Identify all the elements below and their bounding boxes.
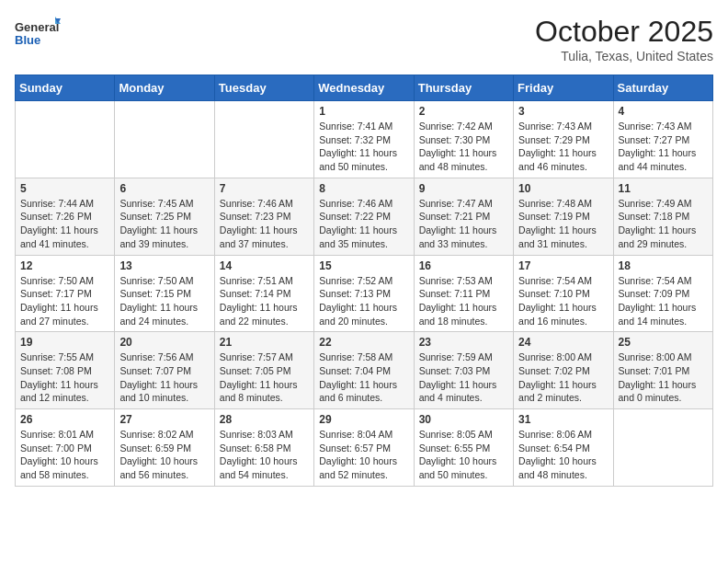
weekday-header-monday: Monday <box>115 75 214 101</box>
calendar-cell: 1Sunrise: 7:41 AM Sunset: 7:32 PM Daylig… <box>314 101 414 178</box>
week-row-5: 26Sunrise: 8:01 AM Sunset: 7:00 PM Dayli… <box>16 409 713 487</box>
calendar-cell: 8Sunrise: 7:46 AM Sunset: 7:22 PM Daylig… <box>314 178 414 255</box>
calendar-cell: 5Sunrise: 7:44 AM Sunset: 7:26 PM Daylig… <box>16 178 115 255</box>
day-info: Sunrise: 8:03 AM Sunset: 6:58 PM Dayligh… <box>220 428 309 482</box>
day-info: Sunrise: 7:54 AM Sunset: 7:10 PM Dayligh… <box>518 274 608 328</box>
calendar-cell: 11Sunrise: 7:49 AM Sunset: 7:18 PM Dayli… <box>613 178 712 255</box>
calendar-cell: 19Sunrise: 7:55 AM Sunset: 7:08 PM Dayli… <box>16 332 115 409</box>
day-number: 30 <box>419 413 508 426</box>
day-number: 20 <box>119 336 209 349</box>
calendar-cell: 29Sunrise: 8:04 AM Sunset: 6:57 PM Dayli… <box>314 409 414 487</box>
week-row-1: 1Sunrise: 7:41 AM Sunset: 7:32 PM Daylig… <box>16 101 713 178</box>
weekday-header-sunday: Sunday <box>16 75 115 101</box>
day-info: Sunrise: 7:45 AM Sunset: 7:25 PM Dayligh… <box>119 197 209 251</box>
day-number: 4 <box>619 105 708 118</box>
title-block: October 2025 Tulia, Texas, United States <box>535 15 713 63</box>
weekday-header-row: SundayMondayTuesdayWednesdayThursdayFrid… <box>16 75 713 101</box>
day-number: 1 <box>319 105 408 118</box>
day-info: Sunrise: 7:41 AM Sunset: 7:32 PM Dayligh… <box>319 120 408 174</box>
calendar-cell: 16Sunrise: 7:53 AM Sunset: 7:11 PM Dayli… <box>414 255 513 332</box>
day-info: Sunrise: 7:51 AM Sunset: 7:14 PM Dayligh… <box>220 274 309 328</box>
logo-svg: General Blue <box>15 15 61 52</box>
weekday-header-saturday: Saturday <box>613 75 712 101</box>
calendar-cell: 12Sunrise: 7:50 AM Sunset: 7:17 PM Dayli… <box>16 255 115 332</box>
day-number: 5 <box>20 182 109 195</box>
day-number: 27 <box>119 413 209 426</box>
day-number: 21 <box>220 336 309 349</box>
day-number: 19 <box>20 336 109 349</box>
calendar-cell: 18Sunrise: 7:54 AM Sunset: 7:09 PM Dayli… <box>613 255 712 332</box>
day-info: Sunrise: 7:57 AM Sunset: 7:05 PM Dayligh… <box>220 350 309 405</box>
day-info: Sunrise: 7:49 AM Sunset: 7:18 PM Dayligh… <box>619 197 708 251</box>
day-number: 3 <box>518 105 608 118</box>
calendar-cell <box>214 101 313 178</box>
day-number: 25 <box>619 336 708 349</box>
day-info: Sunrise: 7:48 AM Sunset: 7:19 PM Dayligh… <box>518 197 608 251</box>
calendar-cell: 14Sunrise: 7:51 AM Sunset: 7:14 PM Dayli… <box>214 255 313 332</box>
calendar-cell <box>16 101 115 178</box>
calendar-cell: 21Sunrise: 7:57 AM Sunset: 7:05 PM Dayli… <box>214 332 313 409</box>
day-info: Sunrise: 7:53 AM Sunset: 7:11 PM Dayligh… <box>419 274 508 328</box>
week-row-4: 19Sunrise: 7:55 AM Sunset: 7:08 PM Dayli… <box>16 332 713 409</box>
calendar-cell: 27Sunrise: 8:02 AM Sunset: 6:59 PM Dayli… <box>115 409 214 487</box>
logo: General Blue <box>15 15 61 52</box>
calendar-cell: 13Sunrise: 7:50 AM Sunset: 7:15 PM Dayli… <box>115 255 214 332</box>
calendar-cell: 22Sunrise: 7:58 AM Sunset: 7:04 PM Dayli… <box>314 332 414 409</box>
calendar-cell: 20Sunrise: 7:56 AM Sunset: 7:07 PM Dayli… <box>115 332 214 409</box>
svg-text:General: General <box>15 20 59 34</box>
calendar: SundayMondayTuesdayWednesdayThursdayFrid… <box>15 75 713 487</box>
calendar-cell: 2Sunrise: 7:42 AM Sunset: 7:30 PM Daylig… <box>414 101 513 178</box>
calendar-cell: 30Sunrise: 8:05 AM Sunset: 6:55 PM Dayli… <box>414 409 513 487</box>
day-number: 18 <box>619 259 708 272</box>
day-number: 22 <box>319 336 408 349</box>
calendar-cell: 31Sunrise: 8:06 AM Sunset: 6:54 PM Dayli… <box>514 409 613 487</box>
calendar-cell: 6Sunrise: 7:45 AM Sunset: 7:25 PM Daylig… <box>115 178 214 255</box>
day-info: Sunrise: 7:54 AM Sunset: 7:09 PM Dayligh… <box>619 274 708 328</box>
day-number: 16 <box>419 259 508 272</box>
day-info: Sunrise: 7:46 AM Sunset: 7:22 PM Dayligh… <box>319 197 408 251</box>
day-info: Sunrise: 7:55 AM Sunset: 7:08 PM Dayligh… <box>20 350 109 405</box>
calendar-cell <box>613 409 712 487</box>
week-row-3: 12Sunrise: 7:50 AM Sunset: 7:17 PM Dayli… <box>16 255 713 332</box>
day-number: 26 <box>20 413 109 426</box>
day-number: 12 <box>20 259 109 272</box>
day-number: 28 <box>220 413 309 426</box>
calendar-cell <box>115 101 214 178</box>
day-info: Sunrise: 8:04 AM Sunset: 6:57 PM Dayligh… <box>319 428 408 482</box>
svg-text:Blue: Blue <box>15 33 40 47</box>
day-info: Sunrise: 8:06 AM Sunset: 6:54 PM Dayligh… <box>518 428 608 482</box>
day-info: Sunrise: 8:00 AM Sunset: 7:02 PM Dayligh… <box>518 350 608 405</box>
calendar-cell: 3Sunrise: 7:43 AM Sunset: 7:29 PM Daylig… <box>514 101 613 178</box>
calendar-cell: 23Sunrise: 7:59 AM Sunset: 7:03 PM Dayli… <box>414 332 513 409</box>
day-info: Sunrise: 8:00 AM Sunset: 7:01 PM Dayligh… <box>619 350 708 405</box>
weekday-header-thursday: Thursday <box>414 75 513 101</box>
week-row-2: 5Sunrise: 7:44 AM Sunset: 7:26 PM Daylig… <box>16 178 713 255</box>
day-number: 8 <box>319 182 408 195</box>
calendar-cell: 4Sunrise: 7:43 AM Sunset: 7:27 PM Daylig… <box>613 101 712 178</box>
day-number: 13 <box>119 259 209 272</box>
day-number: 14 <box>220 259 309 272</box>
day-info: Sunrise: 7:56 AM Sunset: 7:07 PM Dayligh… <box>119 350 209 405</box>
day-info: Sunrise: 7:58 AM Sunset: 7:04 PM Dayligh… <box>319 350 408 405</box>
day-number: 31 <box>518 413 608 426</box>
day-number: 17 <box>518 259 608 272</box>
day-number: 7 <box>220 182 309 195</box>
calendar-cell: 26Sunrise: 8:01 AM Sunset: 7:00 PM Dayli… <box>16 409 115 487</box>
day-number: 11 <box>619 182 708 195</box>
calendar-cell: 7Sunrise: 7:46 AM Sunset: 7:23 PM Daylig… <box>214 178 313 255</box>
calendar-cell: 9Sunrise: 7:47 AM Sunset: 7:21 PM Daylig… <box>414 178 513 255</box>
day-info: Sunrise: 8:05 AM Sunset: 6:55 PM Dayligh… <box>419 428 508 482</box>
day-info: Sunrise: 7:47 AM Sunset: 7:21 PM Dayligh… <box>419 197 508 251</box>
page-header: General Blue October 2025 Tulia, Texas, … <box>15 15 713 63</box>
day-number: 15 <box>319 259 408 272</box>
day-info: Sunrise: 7:52 AM Sunset: 7:13 PM Dayligh… <box>319 274 408 328</box>
day-number: 9 <box>419 182 508 195</box>
day-info: Sunrise: 8:02 AM Sunset: 6:59 PM Dayligh… <box>119 428 209 482</box>
calendar-cell: 24Sunrise: 8:00 AM Sunset: 7:02 PM Dayli… <box>514 332 613 409</box>
day-info: Sunrise: 7:59 AM Sunset: 7:03 PM Dayligh… <box>419 350 508 405</box>
calendar-cell: 15Sunrise: 7:52 AM Sunset: 7:13 PM Dayli… <box>314 255 414 332</box>
weekday-header-wednesday: Wednesday <box>314 75 414 101</box>
weekday-header-tuesday: Tuesday <box>214 75 313 101</box>
day-info: Sunrise: 7:50 AM Sunset: 7:15 PM Dayligh… <box>119 274 209 328</box>
day-info: Sunrise: 7:43 AM Sunset: 7:27 PM Dayligh… <box>619 120 708 174</box>
